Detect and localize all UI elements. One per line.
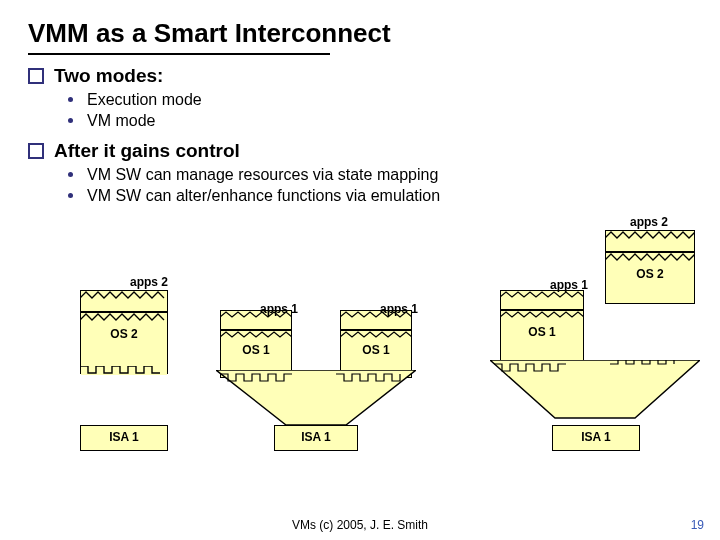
isa1-box-right: ISA 1 <box>552 425 640 451</box>
apps2-label-right: apps 2 <box>630 215 668 229</box>
bullet-text: After it gains control <box>54 140 240 161</box>
bullet-text: Two modes: <box>54 65 163 86</box>
zigzag-icon <box>220 330 292 339</box>
funnel-icon <box>216 370 416 430</box>
sub-exec-mode: Execution mode <box>68 91 720 109</box>
castle-teeth-icon <box>80 366 168 376</box>
diagram: apps 2 OS 2 apps 2 OS 2 ISA 1 apps 1 OS … <box>30 270 700 510</box>
title-underline <box>28 53 330 55</box>
svg-marker-1 <box>216 370 416 425</box>
sub-text: VM SW can manage resources via state map… <box>87 166 438 183</box>
dot-bullet-icon <box>68 97 73 102</box>
square-bullet-icon <box>28 143 44 159</box>
dot-bullet-icon <box>68 172 73 177</box>
zigzag-icon <box>340 330 412 339</box>
zigzag-icon <box>500 310 584 319</box>
sub-text: VM mode <box>87 112 155 129</box>
bullet-content: Two modes: Execution mode VM mode After … <box>28 65 720 205</box>
zigzag-icon <box>340 310 412 319</box>
funnel-icon <box>490 360 700 428</box>
footer-copyright: VMs (c) 2005, J. E. Smith <box>0 518 720 532</box>
bullet-after-control: After it gains control <box>28 140 720 162</box>
zigzag-icon <box>80 290 168 300</box>
dot-bullet-icon <box>68 193 73 198</box>
zigzag-icon <box>605 230 695 240</box>
zigzag-icon <box>220 310 292 319</box>
isa1-box-left: ISA 1 <box>80 425 168 451</box>
sub-vm-mode: VM mode <box>68 112 720 130</box>
sub-text: VM SW can alter/enhance functions via em… <box>87 187 440 204</box>
svg-marker-2 <box>490 360 700 418</box>
bullet-two-modes: Two modes: <box>28 65 720 87</box>
isa1-box-center: ISA 1 <box>274 425 358 451</box>
zigzag-icon <box>80 312 168 322</box>
page-number: 19 <box>691 518 704 532</box>
sub-text: Execution mode <box>87 91 202 108</box>
zigzag-icon <box>605 252 695 262</box>
sub-state-mapping: VM SW can manage resources via state map… <box>68 166 720 184</box>
apps2-label-left: apps 2 <box>130 275 168 289</box>
dot-bullet-icon <box>68 118 73 123</box>
page-title: VMM as a Smart Interconnect <box>28 18 720 49</box>
sub-emulation: VM SW can alter/enhance functions via em… <box>68 187 720 205</box>
square-bullet-icon <box>28 68 44 84</box>
zigzag-icon <box>500 290 584 299</box>
